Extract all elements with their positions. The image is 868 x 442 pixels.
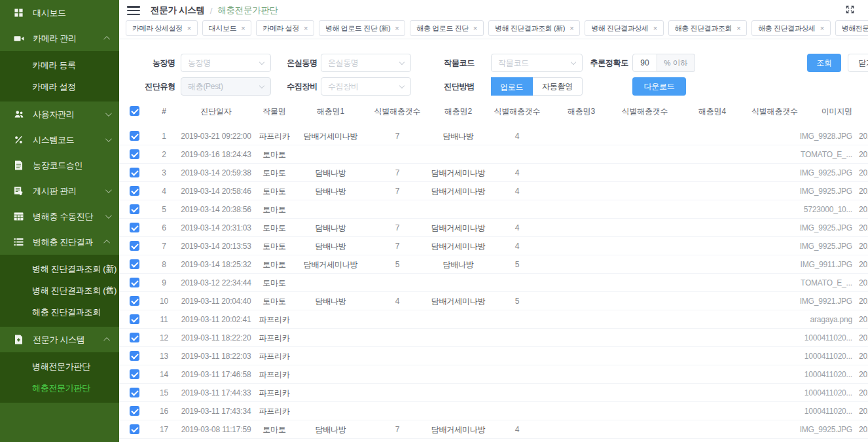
table-row[interactable]: 15 2019-03-11 17:44:33 파프리카 1000411020..…: [119, 384, 868, 402]
tab[interactable]: 병해 진단결과조회 (新) ×: [488, 20, 580, 36]
row-checkbox[interactable]: [130, 388, 139, 397]
tab-close-icon[interactable]: ×: [187, 24, 191, 32]
sidebar-item-farm-code-approval[interactable]: 농장코드승인: [0, 153, 119, 178]
cell-date: 2019-03-11 20:02:41: [178, 310, 254, 328]
sidebar-item-manual-diagnosis[interactable]: 병해충 수동진단: [0, 204, 119, 229]
row-checkbox[interactable]: [130, 168, 139, 177]
sidebar-item-pest-results[interactable]: 해충 진단결과조회: [0, 301, 119, 323]
cell-no: 14: [150, 365, 178, 383]
sidebar-item-board-management[interactable]: 게시판 관리: [0, 178, 119, 204]
table-row[interactable]: 14 2019-03-11 17:46:58 파프리카 1000411020..…: [119, 365, 868, 384]
row-checkbox[interactable]: [130, 241, 139, 251]
row-checkbox[interactable]: [130, 406, 139, 416]
sidebar-item-camera-register[interactable]: 카메라 등록: [0, 54, 119, 76]
results-table: # 진단일자 작물명 해충명1 식별해충갯수 해충명2 식별해충갯수 해충명3 …: [119, 102, 868, 439]
tab-close-icon[interactable]: ×: [570, 24, 573, 32]
row-checkbox[interactable]: [130, 278, 139, 287]
tab-close-icon[interactable]: ×: [653, 24, 657, 32]
select-all-checkbox[interactable]: [130, 106, 139, 116]
cell-pest3: [546, 127, 617, 145]
sidebar-item-disease-expert-judgment[interactable]: 병해전문가판단: [0, 356, 119, 377]
sidebar-item-camera-management[interactable]: 카메라 관리: [0, 26, 119, 51]
sidebar-item-dashboard[interactable]: 대시보드: [0, 0, 119, 26]
table-row[interactable]: 17 2019-03-08 11:17:59 토마토 담배나방 7 담배거세미나…: [119, 420, 868, 439]
row-checkbox[interactable]: [130, 223, 139, 232]
table-row[interactable]: 10 2019-03-11 20:04:40 토마토 담배나방 4 담배거세미나…: [119, 292, 868, 310]
sidebar-item-expert-system[interactable]: 전문가 시스템: [0, 327, 119, 352]
cell-pest2: 담배거세미나방: [428, 219, 488, 236]
row-checkbox[interactable]: [130, 149, 139, 159]
tab-close-icon[interactable]: ×: [736, 24, 740, 32]
tab-close-icon[interactable]: ×: [241, 24, 245, 32]
table-row[interactable]: 8 2019-03-14 18:25:32 토마토 담배거세미나방 5 담배나방…: [119, 255, 868, 274]
crop-code-select[interactable]: 작물코드: [491, 54, 583, 72]
menu-icon[interactable]: [127, 6, 140, 15]
cell-no: 16: [150, 402, 178, 420]
tab[interactable]: 병해전문가판단 ×: [835, 20, 868, 36]
row-checkbox[interactable]: [130, 259, 139, 269]
cell-count1: 7: [367, 219, 428, 236]
table-row[interactable]: 9 2019-03-12 22:34:44 토마토 TOMATO_E_... 2…: [119, 274, 868, 292]
sidebar-item-diagnosis-results[interactable]: 병해충 진단결과: [0, 229, 119, 255]
farm-name-select[interactable]: 농장명: [181, 54, 271, 72]
download-button[interactable]: 다운로드: [632, 77, 686, 96]
search-button[interactable]: 조회: [807, 54, 841, 72]
method-option-button[interactable]: 자동촬영: [533, 77, 583, 96]
tab-close-icon[interactable]: ×: [473, 24, 477, 32]
tab[interactable]: 대시보드 ×: [202, 20, 251, 36]
method-option-button[interactable]: 업로드: [491, 77, 533, 96]
cell-clipped-date: 2019: [855, 329, 868, 346]
sidebar-item-system-code[interactable]: 시스템코드: [0, 127, 119, 153]
row-checkbox[interactable]: [130, 296, 139, 306]
tab[interactable]: 병해 진단결과상세 ×: [585, 20, 664, 36]
device-select[interactable]: 수집장비: [321, 77, 411, 96]
row-checkbox[interactable]: [130, 131, 139, 141]
row-checkbox[interactable]: [130, 333, 139, 342]
cell-image-name: IMG_9925.JPG: [797, 237, 855, 255]
cell-count4: [751, 182, 797, 200]
cell-crop: 파프리카: [254, 310, 295, 328]
row-checkbox[interactable]: [130, 351, 139, 361]
close-button[interactable]: 닫기: [848, 54, 868, 72]
row-checkbox[interactable]: [130, 424, 139, 434]
tab[interactable]: 해충 진단결과조회 ×: [668, 20, 748, 36]
accuracy-suffix: % 이하: [657, 54, 695, 72]
table-row[interactable]: 7 2019-03-14 20:13:53 토마토 담배나방 7 담배거세미나방…: [119, 237, 868, 255]
tab[interactable]: 해충 진단결과상세 ×: [751, 20, 831, 36]
tab-close-icon[interactable]: ×: [304, 24, 308, 32]
sidebar-item-disease-results-old[interactable]: 병해 진단결과조회 (舊): [0, 280, 119, 301]
cell-image-name: IMG_9925.JPG: [797, 182, 855, 200]
sidebar-item-user-management[interactable]: 사용자관리: [0, 101, 119, 127]
tab-close-icon[interactable]: ×: [820, 24, 824, 32]
row-checkbox[interactable]: [130, 186, 139, 196]
row-checkbox[interactable]: [130, 204, 139, 214]
tab[interactable]: 카메라 상세설정 ×: [126, 20, 198, 36]
greenhouse-select[interactable]: 온실동명: [321, 54, 411, 72]
table-row[interactable]: 13 2019-03-11 18:22:03 파프리카 1000411020..…: [119, 347, 868, 365]
table-row[interactable]: 4 2019-03-14 20:58:46 토마토 담배나방 7 담배거세미나방…: [119, 182, 868, 200]
table-row[interactable]: 3 2019-03-14 20:59:38 토마토 담배나방 7 담배거세미나방…: [119, 164, 868, 182]
table-row[interactable]: 1 2019-03-21 09:22:00 파프리카 담배거세미나방 7 담배나…: [119, 127, 868, 145]
tab[interactable]: 병해 업로드 진단 (新) ×: [319, 20, 405, 36]
accuracy-input[interactable]: [632, 54, 657, 72]
tab[interactable]: 카메라 설정 ×: [256, 20, 314, 36]
sidebar-item-disease-results-new[interactable]: 병해 진단결과조회 (新): [0, 258, 119, 280]
diagnosis-type-select[interactable]: 해충(Pest): [181, 77, 271, 96]
table-row[interactable]: 16 2019-03-11 17:43:34 파프리카 1000411020..…: [119, 402, 868, 420]
sidebar-item-pest-expert-judgment[interactable]: 해충전문가판단: [0, 377, 119, 399]
cell-pest2: 담배거세미나방: [428, 420, 488, 438]
sidebar-item-camera-settings[interactable]: 카메라 설정: [0, 76, 119, 98]
cell-pest3: [546, 365, 617, 383]
table-row[interactable]: 6 2019-03-14 20:31:03 토마토 담배나방 7 담배거세미나방…: [119, 219, 868, 237]
tab-close-icon[interactable]: ×: [395, 24, 399, 32]
tab[interactable]: 해충 업로드 진단 ×: [410, 20, 484, 36]
table-row[interactable]: 11 2019-03-11 20:02:41 파프리카 aragaya.png …: [119, 310, 868, 329]
table-row[interactable]: 12 2019-03-11 18:22:20 파프리카 1000411020..…: [119, 329, 868, 347]
row-checkbox[interactable]: [130, 314, 139, 324]
table-row[interactable]: 2 2019-03-16 18:24:43 토마토 TOMATO_E_... 2…: [119, 145, 868, 164]
row-checkbox[interactable]: [130, 369, 139, 379]
table-row[interactable]: 5 2019-03-14 20:38:56 토마토 5723000_10... …: [119, 200, 868, 219]
fullscreen-icon[interactable]: [845, 5, 855, 17]
cell-count2: [488, 329, 546, 346]
cell-no: 9: [150, 274, 178, 291]
